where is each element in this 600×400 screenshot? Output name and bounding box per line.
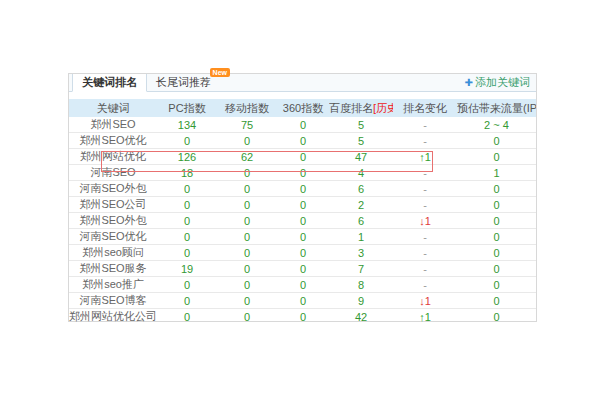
table-row[interactable]: 郑州SEO优化 0 0 0 5 - 0 (69, 133, 536, 149)
header-360-index: 360指数 (277, 101, 329, 116)
cell-baidu-rank: 4 (329, 167, 393, 179)
cell-360-index: 0 (277, 247, 329, 259)
cell-pc-index: 0 (157, 247, 217, 259)
header-baidu-rank-label: 百度排名 (329, 102, 373, 114)
cell-360-index: 0 (277, 311, 329, 323)
history-link[interactable]: [历史] (373, 102, 393, 114)
header-mobile-index: 移动指数 (217, 101, 277, 116)
cell-mobile-index: 62 (217, 151, 277, 163)
table-row[interactable]: 郑州网站优化 126 62 0 47 ↑1 0 (69, 149, 536, 165)
cell-keyword: 河南SEO博客 (69, 293, 157, 308)
table-row[interactable]: 郑州SEO 134 75 0 5 - 2 ~ 4 (69, 117, 536, 133)
header-pc-index: PC指数 (157, 101, 217, 116)
cell-baidu-rank: 2 (329, 199, 393, 211)
cell-360-index: 0 (277, 151, 329, 163)
cell-rank-change: - (393, 119, 457, 131)
cell-baidu-rank: 42 (329, 311, 393, 323)
cell-est-traffic: 0 (457, 247, 536, 259)
table-row[interactable]: 郑州seo顾问 0 0 0 3 - 0 (69, 245, 536, 261)
cell-est-traffic: 0 (457, 135, 536, 147)
cell-rank-change: - (393, 231, 457, 243)
cell-360-index: 0 (277, 135, 329, 147)
tab-bar: 关键词排名 长尾词推荐 New ✚ 添加关键词 (69, 74, 536, 92)
cell-keyword: 郑州seo顾问 (69, 245, 157, 260)
cell-keyword: 郑州网站优化公司 (69, 309, 157, 324)
cell-baidu-rank: 6 (329, 183, 393, 195)
cell-pc-index: 0 (157, 199, 217, 211)
page: 关键词排名 长尾词推荐 New ✚ 添加关键词 关键词 PC指数 移动指数 36… (0, 0, 600, 400)
cell-rank-change: ↑1 (393, 311, 457, 323)
cell-keyword: 郑州网站优化 (69, 149, 157, 164)
cell-360-index: 0 (277, 263, 329, 275)
cell-mobile-index: 0 (217, 311, 277, 323)
tab-longtail-label: 长尾词推荐 (156, 75, 211, 90)
cell-mobile-index: 0 (217, 167, 277, 179)
cell-pc-index: 19 (157, 263, 217, 275)
cell-baidu-rank: 9 (329, 295, 393, 307)
cell-baidu-rank: 3 (329, 247, 393, 259)
tab-keyword-ranking-label: 关键词排名 (82, 75, 137, 90)
table-row[interactable]: 河南SEO外包 0 0 0 6 - 0 (69, 181, 536, 197)
table-row[interactable]: 河南SEO博客 0 0 0 9 ↓1 0 (69, 293, 536, 309)
cell-keyword: 郑州SEO公司 (69, 197, 157, 212)
cell-rank-change: ↓1 (393, 215, 457, 227)
cell-mobile-index: 0 (217, 279, 277, 291)
header-keyword: 关键词 (69, 101, 157, 116)
cell-est-traffic: 0 (457, 295, 536, 307)
add-keyword-button[interactable]: ✚ 添加关键词 (465, 74, 536, 91)
cell-baidu-rank: 5 (329, 135, 393, 147)
cell-360-index: 0 (277, 215, 329, 227)
header-rank-change: 排名变化 (393, 101, 457, 116)
cell-baidu-rank: 7 (329, 263, 393, 275)
table-body: 郑州SEO 134 75 0 5 - 2 ~ 4 郑州SEO优化 0 0 0 5… (69, 117, 536, 322)
table-row[interactable]: 郑州网站优化公司 0 0 0 42 ↑1 0 (69, 309, 536, 324)
cell-mobile-index: 0 (217, 263, 277, 275)
cell-est-traffic: 0 (457, 311, 536, 323)
cell-keyword: 河南SEO外包 (69, 181, 157, 196)
new-badge: New (210, 68, 230, 77)
cell-rank-change: ↑1 (393, 151, 457, 163)
cell-keyword: 郑州SEO外包 (69, 213, 157, 228)
cell-mobile-index: 0 (217, 215, 277, 227)
cell-baidu-rank: 5 (329, 119, 393, 131)
cell-baidu-rank: 8 (329, 279, 393, 291)
table-row[interactable]: 郑州SEO公司 0 0 0 2 - 0 (69, 197, 536, 213)
cell-est-traffic: 2 ~ 4 (457, 119, 536, 131)
cell-360-index: 0 (277, 167, 329, 179)
cell-est-traffic: 1 (457, 167, 536, 179)
cell-keyword: 郑州SEO (69, 117, 157, 132)
cell-rank-change: - (393, 183, 457, 195)
cell-baidu-rank: 1 (329, 231, 393, 243)
cell-rank-change: - (393, 135, 457, 147)
cell-360-index: 0 (277, 295, 329, 307)
cell-pc-index: 0 (157, 135, 217, 147)
table-row[interactable]: 郑州SEO服务 19 0 0 7 - 0 (69, 261, 536, 277)
cell-baidu-rank: 47 (329, 151, 393, 163)
cell-baidu-rank: 6 (329, 215, 393, 227)
table-row[interactable]: 河南SEO 18 0 0 4 - 1 (69, 165, 536, 181)
table-row[interactable]: 郑州seo推广 0 0 0 8 - 0 (69, 277, 536, 293)
cell-360-index: 0 (277, 279, 329, 291)
keyword-rank-panel: 关键词排名 长尾词推荐 New ✚ 添加关键词 关键词 PC指数 移动指数 36… (68, 73, 537, 322)
cell-pc-index: 0 (157, 311, 217, 323)
tab-keyword-ranking[interactable]: 关键词排名 (72, 74, 147, 92)
table-row[interactable]: 郑州SEO外包 0 0 0 6 ↓1 0 (69, 213, 536, 229)
spacer (69, 92, 536, 99)
table-row[interactable]: 河南SEO优化 0 0 0 1 - 0 (69, 229, 536, 245)
cell-est-traffic: 0 (457, 151, 536, 163)
header-baidu-rank: 百度排名[历史] (329, 101, 393, 116)
cell-mobile-index: 0 (217, 247, 277, 259)
cell-rank-change: - (393, 263, 457, 275)
cell-keyword: 郑州SEO服务 (69, 261, 157, 276)
cell-est-traffic: 0 (457, 231, 536, 243)
cell-keyword: 河南SEO (69, 165, 157, 180)
cell-pc-index: 0 (157, 215, 217, 227)
cell-pc-index: 134 (157, 119, 217, 131)
add-keyword-label: 添加关键词 (475, 75, 530, 90)
cell-pc-index: 18 (157, 167, 217, 179)
cell-est-traffic: 0 (457, 199, 536, 211)
cell-mobile-index: 0 (217, 183, 277, 195)
tab-longtail-recommend[interactable]: 长尾词推荐 New (147, 74, 220, 91)
cell-mobile-index: 75 (217, 119, 277, 131)
cell-pc-index: 0 (157, 295, 217, 307)
